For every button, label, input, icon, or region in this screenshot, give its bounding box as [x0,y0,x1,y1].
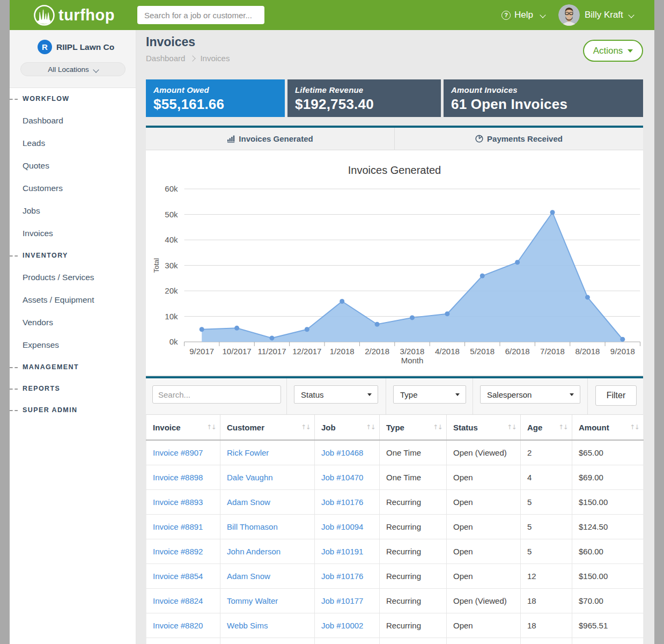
cell-link-invoice[interactable]: Invoice #8898 [146,465,220,489]
table-row: Invoice #8907Rick FowlerJob #10468One Ti… [146,440,644,465]
help-icon: ? [501,11,511,20]
type-select-value: Type [400,390,418,399]
sidebar-item-customers[interactable]: Customers [10,177,136,200]
cell-age: 5 [521,514,572,539]
cell-link-customer[interactable]: Adam Snow [220,564,315,588]
sort-icon[interactable]: ↑↓ [433,423,442,431]
breadcrumb-dashboard[interactable]: Dashboard [146,54,185,63]
filter-salesperson-group: Salesperson [473,378,587,414]
sort-icon[interactable]: ↑↓ [301,423,310,431]
cell-amount: $70.00 [572,588,644,613]
tab-invoices-generated[interactable]: Invoices Generated [146,128,394,150]
global-search-input[interactable] [137,6,264,24]
cell-link-invoice[interactable]: Invoice #8891 [146,514,220,539]
user-avatar[interactable] [558,4,580,26]
sidebar-section-super-admin[interactable]: SUPER ADMIN [10,399,136,421]
chart-panel: Invoices Generated Payments Received Inv… [146,126,643,375]
sidebar-item-leads[interactable]: Leads [10,132,136,155]
column-header-age[interactable]: Age↑↓ [521,415,572,440]
grass-logo-icon [33,4,55,26]
cell-link-job[interactable]: Job #10177 [315,588,380,613]
actions-label: Actions [593,46,623,56]
cell-link-job[interactable]: Job #10094 [315,514,380,539]
avatar-photo [558,4,580,26]
salesperson-select[interactable]: Salesperson [480,385,580,404]
filter-status-group: Status [286,378,386,414]
column-header-job[interactable]: Job↑↓ [315,415,380,440]
cell-link-invoice[interactable]: Invoice #8893 [146,489,220,514]
type-select[interactable]: Type [393,385,466,404]
cell-link-customer[interactable]: Bill Thomason [220,514,315,539]
cell-link-job[interactable]: Job #10176 [315,564,380,588]
cell-type: Recurring [380,514,447,539]
cell-link-customer[interactable]: Rick Fowler [220,440,315,465]
stat-label: Amount Invoices [451,85,643,94]
sidebar-section-management[interactable]: MANAGEMENT [10,356,136,378]
sidebar-item-jobs[interactable]: Jobs [10,200,136,222]
table-row: Invoice #8824Tommy WalterJob #10177Recur… [146,588,644,613]
sort-icon[interactable]: ↑↓ [507,423,516,431]
cell [521,638,572,644]
filter-search-group [146,378,286,414]
cell-link-invoice[interactable]: Invoice #8907 [146,440,220,465]
brand-logo[interactable]: turfhop [33,4,115,26]
sort-icon[interactable]: ↑↓ [366,423,375,431]
sort-icon[interactable]: ↑↓ [630,423,639,431]
locations-dropdown[interactable]: All Locations [20,62,126,76]
tab-payments-received[interactable]: Payments Received [394,128,643,150]
cell-link-invoice[interactable]: Invoice #8854 [146,564,220,588]
cell-link-invoice[interactable]: Invoice #8824 [146,588,220,613]
status-select[interactable]: Status [294,385,378,404]
cell-link-invoice[interactable]: Invoice #8820 [146,613,220,638]
sidebar-item-products-services[interactable]: Products / Services [10,266,136,289]
column-header-invoice[interactable]: Invoice↑↓ [146,415,220,440]
sidebar-section-reports[interactable]: REPORTS [10,378,136,399]
sidebar-section-inventory[interactable]: INVENTORY [10,245,136,266]
cell-age: 18 [521,588,572,613]
cell-link-job[interactable]: Job #10470 [315,465,380,489]
sort-icon[interactable]: ↑↓ [558,423,567,431]
cell-link-customer[interactable]: Adam Snow [220,489,315,514]
cell-link-customer[interactable]: Webb Sims [220,613,315,638]
dash-icon [10,410,18,411]
cell-link-customer[interactable]: Tommy Walter [220,588,315,613]
cell-type: Recurring [380,539,447,564]
table-search-input[interactable] [152,385,281,404]
cell-age: 4 [521,465,572,489]
sidebar-item-assets-equipment[interactable]: Assets / Equipment [10,289,136,311]
sidebar-section-workflow[interactable]: WORKFLOW [10,88,136,109]
cell-amount: $69.00 [572,465,644,489]
cell-link-invoice[interactable]: Invoice #8892 [146,539,220,564]
user-menu[interactable]: Billy Kraft [585,0,634,30]
dash-icon [10,99,18,100]
column-header-type[interactable]: Type↑↓ [380,415,447,440]
column-header-status[interactable]: Status↑↓ [447,415,521,440]
cell-amount: $124.50 [572,514,644,539]
cell-link-customer[interactable]: Dale Vaughn [220,465,315,489]
stat-cards: Amount Owed $55,161.66Lifetime Revenue $… [146,79,643,117]
cell-link-job[interactable]: Job #10468 [315,440,380,465]
cell-age: 5 [521,489,572,514]
invoices-generated-chart: Invoices Generated0k10k20k30k40k50k60k9/… [146,150,643,375]
column-header-amount[interactable]: Amount↑↓ [572,415,644,440]
app-window: turfhop ? Help Billy Kraft [10,0,654,644]
sidebar-item-dashboard[interactable]: Dashboard [10,109,136,132]
sidebar-item-invoices[interactable]: Invoices [10,222,136,245]
svg-text:5/2018: 5/2018 [470,347,495,356]
column-header-customer[interactable]: Customer↑↓ [220,415,315,440]
cell-link-job[interactable]: Job #10002 [315,613,380,638]
sidebar-item-expenses[interactable]: Expenses [10,334,136,356]
sidebar-item-quotes[interactable]: Quotes [10,155,136,177]
sort-icon[interactable]: ↑↓ [206,423,216,431]
svg-text:30k: 30k [165,261,178,270]
sidebar-item-vendors[interactable]: Vendors [10,311,136,334]
table-row: Invoice #8898Dale VaughnJob #10470One Ti… [146,465,644,489]
filter-button[interactable]: Filter [595,385,637,406]
actions-button[interactable]: Actions [583,40,643,62]
cell-type: Recurring [380,564,447,588]
help-menu[interactable]: ? Help [501,0,545,30]
cell-link-customer[interactable]: John Anderson [220,539,315,564]
cell-age: 5 [521,539,572,564]
cell-link-job[interactable]: Job #10176 [315,489,380,514]
cell-link-job[interactable]: Job #10191 [315,539,380,564]
